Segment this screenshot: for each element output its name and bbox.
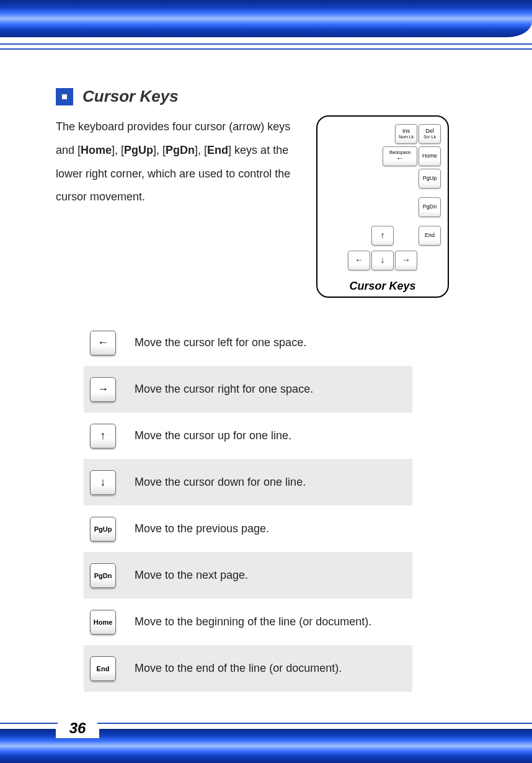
key-description: Move the cursor down for one line.: [135, 476, 306, 489]
cursor-keys-diagram: Ins Num Lk Del Scr Lk Backspace ← Home P…: [316, 115, 449, 298]
header-divider-2: [0, 48, 532, 50]
diagram-key-del: Del Scr Lk: [419, 124, 441, 144]
table-row: End Move to the end of the line (or docu…: [84, 645, 412, 692]
intro-block: The keyboard provides four cursor (arrow…: [56, 115, 489, 298]
section-title-row: Cursor Keys: [56, 87, 489, 106]
key-description: Move to the beginning of the line (or do…: [135, 615, 371, 628]
intro-paragraph: The keyboard provides four cursor (arrow…: [56, 115, 304, 209]
key-label-bottom: Num Lk: [399, 135, 414, 140]
intro-key-pgdn: PgDn: [166, 144, 195, 156]
table-row: ← Move the cursor left for one space.: [84, 319, 412, 366]
diagram-caption: Cursor Keys: [317, 280, 448, 293]
key-label-top: Ins: [402, 128, 410, 135]
arrow-left-icon: ←: [396, 154, 404, 163]
keycap-down-arrow: ↓: [90, 470, 116, 495]
page-footer: 36: [0, 723, 532, 763]
keycap-home: Home: [90, 610, 116, 635]
diagram-key-home: Home: [419, 146, 441, 166]
table-row: PgUp Move to the previous page.: [84, 506, 412, 552]
section-title: Cursor Keys: [82, 87, 179, 106]
diagram-key-pgup: PgUp: [419, 169, 441, 189]
table-row: PgDn Move to the next page.: [84, 552, 412, 599]
table-row: → Move the cursor right for one space.: [84, 366, 412, 413]
intro-text-part: ], [: [195, 144, 207, 156]
header-divider-1: [0, 43, 532, 45]
table-row: ↓ Move the cursor down for one line.: [84, 459, 412, 506]
diagram-key-arrow-right: →: [395, 251, 417, 270]
keycap-left-arrow: ←: [90, 331, 116, 355]
key-description: Move to the previous page.: [135, 522, 269, 535]
diagram-key-arrow-left: ←: [348, 251, 370, 270]
diagram-key-arrow-down: ↓: [371, 251, 394, 270]
key-label-top: Del: [425, 128, 434, 135]
diagram-key-backspace: Backspace ←: [383, 146, 417, 166]
key-label-bottom: Scr Lk: [423, 135, 436, 140]
page-content: Cursor Keys The keyboard provides four c…: [56, 87, 489, 692]
key-description: Move the cursor left for one space.: [135, 336, 306, 349]
key-description: Move the cursor up for one line.: [135, 429, 291, 442]
diagram-key-pgdn: PgDn: [419, 197, 441, 217]
intro-key-end: End: [207, 144, 228, 156]
section-bullet-icon: [56, 88, 73, 105]
page-header: [0, 0, 532, 65]
key-description: Move to the next page.: [135, 569, 248, 582]
intro-key-home: Home: [81, 144, 112, 156]
cursor-key-table: ← Move the cursor left for one space. → …: [84, 319, 412, 692]
table-row: Home Move to the beginning of the line (…: [84, 599, 412, 645]
diagram-key-ins: Ins Num Lk: [395, 124, 417, 144]
diagram-key-arrow-up: ↑: [371, 226, 394, 246]
intro-text-part: ], [: [153, 144, 166, 156]
keycap-right-arrow: →: [90, 377, 116, 402]
page-number: 36: [56, 720, 99, 738]
key-description: Move to the end of the line (or document…: [135, 662, 342, 675]
header-gradient-bar: [0, 0, 532, 37]
footer-bar-container: 36: [0, 729, 532, 763]
intro-key-pgup: PgUp: [124, 144, 153, 156]
keycap-end: End: [90, 656, 116, 681]
keycap-pgup: PgUp: [90, 517, 116, 542]
keycap-pgdn: PgDn: [90, 563, 116, 588]
table-row: ↑ Move the cursor up for one line.: [84, 413, 412, 459]
diagram-key-end: End: [419, 226, 441, 246]
key-description: Move the cursor right for one space.: [135, 383, 313, 396]
keycap-up-arrow: ↑: [90, 424, 116, 448]
intro-text-part: ], [: [112, 144, 124, 156]
